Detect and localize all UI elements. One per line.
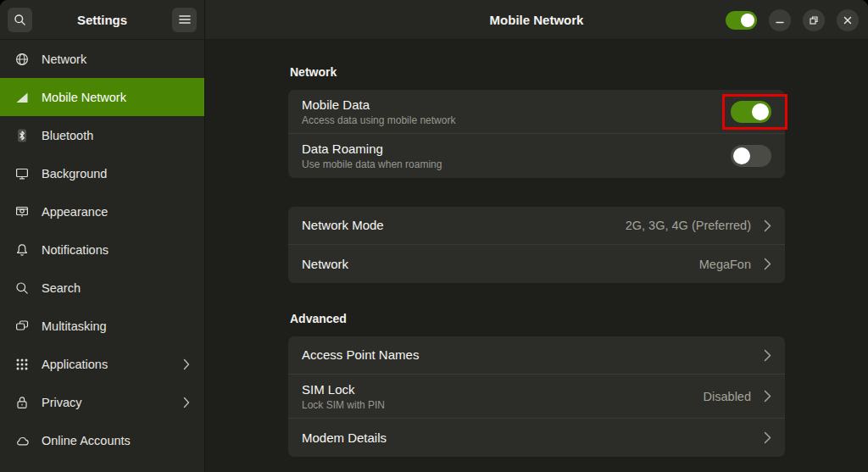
- chevron-right-icon: [183, 397, 190, 408]
- mobile-data-toggle[interactable]: [731, 101, 771, 123]
- sidebar-item-appearance[interactable]: Appearance: [0, 192, 204, 230]
- sidebar-item-label: Privacy: [42, 396, 82, 409]
- search-icon: [14, 280, 29, 295]
- sidebar-nav: Network Mobile Network Bluetooth Backgro…: [0, 40, 204, 472]
- sidebar-item-label: Notifications: [42, 243, 108, 257]
- row-value: Disabled: [704, 390, 751, 403]
- sidebar-item-multitasking[interactable]: Multitasking: [0, 307, 204, 345]
- chevron-right-icon: [764, 349, 771, 362]
- row-title: Modem Details: [302, 430, 764, 446]
- modem-details-row[interactable]: Modem Details: [288, 419, 785, 457]
- mobile-network-page: Network Mobile Data Access data using mo…: [205, 40, 868, 472]
- sim-lock-row[interactable]: SIM Lock Lock SIM with PIN Disabled: [288, 375, 785, 419]
- search-icon: [14, 14, 26, 26]
- minimize-icon: [775, 15, 785, 25]
- network-mode-card: Network Mode 2G, 3G, 4G (Preferred) Netw…: [288, 207, 785, 283]
- network-mode-row[interactable]: Network Mode 2G, 3G, 4G (Preferred): [288, 207, 785, 245]
- restore-icon: [809, 15, 819, 25]
- section-title-advanced: Advanced: [290, 312, 785, 325]
- sidebar-item-network[interactable]: Network: [0, 40, 204, 78]
- sidebar-item-notifications[interactable]: Notifications: [0, 230, 204, 269]
- sidebar-item-privacy[interactable]: Privacy: [0, 383, 204, 421]
- sidebar-item-label: Background: [42, 167, 107, 180]
- row-subtitle: Use mobile data when roaming: [302, 158, 731, 170]
- sidebar-item-search[interactable]: Search: [0, 269, 204, 307]
- hamburger-menu-icon: [179, 14, 191, 25]
- headerbar: Mobile Network: [205, 0, 868, 40]
- sidebar-item-label: Appearance: [42, 205, 108, 219]
- appearance-icon: [14, 204, 29, 219]
- row-title: Network Mode: [302, 218, 626, 233]
- toggle-knob: [733, 147, 750, 164]
- chevron-right-icon: [764, 390, 771, 403]
- sidebar-search-button[interactable]: [8, 8, 32, 32]
- monitor-icon: [14, 166, 29, 180]
- lock-icon: [14, 395, 29, 409]
- section-title-network: Network: [290, 65, 785, 79]
- row-title: Network: [302, 257, 699, 272]
- data-roaming-toggle[interactable]: [731, 145, 771, 167]
- row-title: Access Point Names: [302, 347, 764, 363]
- access-point-names-row[interactable]: Access Point Names: [288, 336, 785, 375]
- row-value: 2G, 3G, 4G (Preferred): [626, 219, 751, 232]
- sidebar-item-label: Search: [42, 281, 81, 295]
- sidebar-menu-button[interactable]: [172, 8, 197, 32]
- data-roaming-row[interactable]: Data Roaming Use mobile data when roamin…: [288, 134, 785, 178]
- sidebar-item-applications[interactable]: Applications: [0, 345, 204, 383]
- cloud-icon: [14, 433, 29, 447]
- network-row[interactable]: Network MegaFon: [288, 245, 785, 283]
- headerbar-controls: [726, 0, 859, 40]
- app-grid-icon: [14, 357, 29, 371]
- network-card: Mobile Data Access data using mobile net…: [288, 90, 785, 178]
- chevron-right-icon: [764, 219, 771, 232]
- windows-icon: [14, 319, 29, 333]
- main-panel: Mobile Network: [205, 0, 868, 472]
- globe-icon: [14, 52, 29, 66]
- sidebar-item-label: Mobile Network: [42, 91, 126, 104]
- close-icon: [843, 15, 853, 25]
- chevron-right-icon: [764, 431, 771, 444]
- minimize-button[interactable]: [769, 9, 791, 31]
- mobile-network-master-toggle[interactable]: [726, 11, 757, 30]
- sidebar-item-background[interactable]: Background: [0, 154, 204, 192]
- mobile-data-row[interactable]: Mobile Data Access data using mobile net…: [288, 90, 785, 134]
- sidebar-item-mobile-network[interactable]: Mobile Network: [0, 78, 204, 116]
- sidebar: Settings Network Mobile Network: [0, 0, 205, 472]
- row-title: Data Roaming: [302, 142, 731, 157]
- bluetooth-icon: [14, 128, 29, 142]
- sidebar-item-bluetooth[interactable]: Bluetooth: [0, 116, 204, 154]
- page-title: Mobile Network: [490, 13, 584, 27]
- row-subtitle: Lock SIM with PIN: [302, 399, 704, 411]
- sidebar-item-label: Bluetooth: [42, 129, 93, 142]
- chevron-right-icon: [183, 358, 190, 370]
- sidebar-headerbar: Settings: [0, 0, 204, 40]
- maximize-button[interactable]: [803, 9, 825, 31]
- row-title: SIM Lock: [302, 382, 704, 397]
- toggle-knob: [752, 103, 769, 120]
- row-subtitle: Access data using mobile network: [302, 114, 731, 126]
- chevron-right-icon: [764, 258, 771, 270]
- advanced-card: Access Point Names SIM Lock Lock SIM wit…: [288, 336, 785, 457]
- settings-window: Settings Network Mobile Network: [0, 0, 868, 472]
- sidebar-item-label: Multitasking: [42, 319, 107, 333]
- sidebar-item-label: Online Accounts: [42, 434, 131, 447]
- sidebar-item-online-accounts[interactable]: Online Accounts: [0, 421, 204, 459]
- row-value: MegaFon: [699, 258, 751, 271]
- toggle-knob: [741, 14, 754, 27]
- close-button[interactable]: [837, 9, 859, 31]
- sidebar-item-label: Applications: [42, 358, 108, 371]
- sidebar-title: Settings: [32, 13, 172, 27]
- sidebar-item-label: Network: [42, 53, 86, 66]
- bell-icon: [14, 242, 29, 257]
- row-title: Mobile Data: [302, 97, 731, 113]
- signal-icon: [14, 90, 29, 104]
